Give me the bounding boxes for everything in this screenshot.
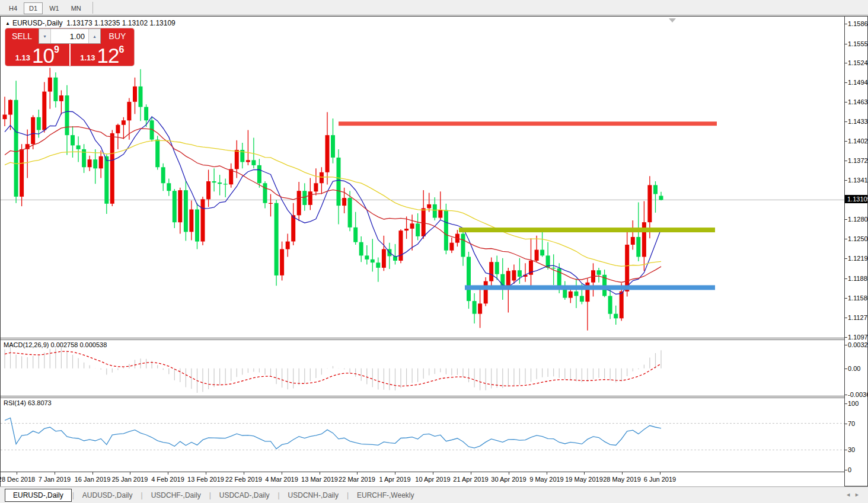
tab-separator: | [277, 491, 279, 499]
price-tick-label: 1.14940 [848, 79, 868, 86]
chart-tab-audusd[interactable]: AUDUSD-,Daily [75, 489, 141, 501]
buy-button[interactable]: BUY [101, 28, 134, 44]
axis-tick [845, 82, 847, 83]
date-tick [282, 472, 282, 475]
date-tick-label: 13 Mar 2019 [301, 476, 338, 483]
date-tick-label: 22 Mar 2019 [339, 476, 375, 483]
axis-tick [845, 450, 847, 450]
axis-tick [845, 141, 847, 142]
main-chart-surface[interactable]: ▲EURUSD-,Daily 1.13173 1.13235 1.13102 1… [1, 17, 844, 338]
sell-price-tile[interactable]: 1.13 10 9 [5, 44, 69, 66]
axis-tick [845, 63, 847, 63]
axis-tick [845, 278, 847, 279]
one-click-trading-panel: SELL ▾ ▴ BUY 1.13 10 9 [5, 28, 134, 66]
axis-tick [845, 44, 847, 44]
rsi-plot [1, 398, 844, 472]
volume-input[interactable] [51, 29, 88, 43]
axis-tick [845, 102, 847, 102]
rsi-axis-label: 100 [848, 400, 859, 407]
volume-increase-icon[interactable]: ▴ [88, 29, 100, 43]
macd-axis-label: 0.003287 [848, 341, 868, 348]
date-tick-label: 30 Apr 2019 [491, 476, 526, 483]
axis-tick [845, 219, 847, 220]
price-tick-label: 1.12805 [848, 216, 868, 223]
date-tick-label: 22 Feb 2019 [225, 476, 262, 483]
price-tick-label: 1.14025 [848, 137, 868, 145]
date-axis[interactable]: 28 Dec 20187 Jan 201916 Jan 201925 Jan 2… [1, 472, 844, 486]
price-tick-label: 1.15860 [848, 20, 868, 27]
date-tick-label: 10 Apr 2019 [415, 476, 450, 483]
timeframe-button-mn[interactable]: MN [66, 2, 87, 14]
buy-price-tile[interactable]: 1.13 12 6 [71, 44, 135, 66]
macd-axis-label: 0.00 [848, 365, 860, 372]
chart-tab-eurusd[interactable]: EURUSD-,Daily [5, 489, 72, 502]
price-tick-label: 1.12195 [848, 255, 868, 262]
chart-tab-eurchf[interactable]: EURCHF-,Weekly [349, 489, 422, 501]
rsi-label: RSI(14) 63.8073 [4, 399, 52, 406]
price-tick-label: 1.15550 [848, 40, 868, 47]
sell-price-base: 1.13 [15, 53, 30, 62]
price-tick-label: 1.12500 [848, 235, 868, 242]
axis-tick [845, 161, 847, 161]
timeframe-button-d1[interactable]: D1 [24, 2, 43, 14]
macd-axis-label: -0.003659 [848, 391, 868, 398]
timeframe-button-h4[interactable]: H4 [4, 2, 23, 14]
price-tick-label: 1.13720 [848, 157, 868, 164]
axis-tick [845, 180, 847, 181]
axis-tick [845, 239, 847, 239]
sell-button[interactable]: SELL [5, 28, 39, 44]
chart-tab-usdcnh[interactable]: USDCNH-,Daily [280, 489, 346, 501]
sell-price-big: 10 [32, 47, 54, 65]
date-tick-label: 4 Feb 2019 [151, 476, 184, 483]
volume-stepper: ▾ ▴ [39, 28, 101, 44]
tab-separator: | [72, 491, 74, 499]
date-tick [55, 472, 55, 475]
chart-ohlc-values: 1.13173 1.13235 1.13102 1.13109 [66, 19, 175, 27]
timeframe-button-w1[interactable]: W1 [44, 2, 65, 14]
collapse-triangle-icon[interactable]: ▲ [5, 21, 10, 26]
date-tick-label: 7 Jan 2019 [39, 476, 71, 483]
macd-indicator-pane[interactable]: MACD(12,26,9) 0.002758 0.000538 [1, 340, 844, 396]
date-tick-label: 28 Dec 2018 [0, 476, 35, 483]
price-tick-label: 1.11580 [848, 294, 868, 302]
date-tick [320, 472, 320, 475]
current-price-box: 1.13109 [845, 195, 867, 203]
axis-tick [845, 470, 847, 470]
tabs-scroll-left-icon[interactable]: ◄ [845, 492, 854, 498]
tab-separator: | [209, 491, 211, 499]
axis-tick [845, 424, 847, 424]
axis-tick [845, 369, 847, 369]
axis-tick [845, 318, 847, 318]
rsi-indicator-pane[interactable]: RSI(14) 63.8073 [1, 398, 844, 472]
price-tick-label: 1.14635 [848, 98, 868, 105]
date-tick [471, 472, 471, 475]
rsi-axis-label: 30 [848, 446, 855, 453]
buy-price-big: 12 [97, 47, 119, 65]
date-tick-label: 21 Apr 2019 [453, 476, 488, 483]
rsi-axis-label: 70 [848, 420, 855, 427]
date-tick [130, 472, 130, 475]
chart-shift-marker [669, 18, 676, 23]
chart-tab-usdcad[interactable]: USDCAD-,Daily [212, 489, 277, 501]
price-axis[interactable]: 1.158601.155501.152451.149401.146351.143… [845, 17, 867, 486]
date-tick [584, 472, 585, 475]
tabs-scroll-right-icon[interactable]: ► [854, 492, 863, 498]
price-tick-label: 1.10970 [848, 334, 868, 341]
axis-tick [845, 403, 847, 404]
date-tick-label: 6 Jun 2019 [644, 476, 676, 483]
tab-separator: | [141, 491, 143, 499]
date-tick [395, 472, 395, 475]
date-tick [168, 472, 168, 475]
date-tick-label: 28 May 2019 [603, 476, 641, 483]
date-tick-label: 4 Mar 2019 [265, 476, 298, 483]
date-tick [17, 472, 17, 475]
volume-decrease-icon[interactable]: ▾ [39, 29, 51, 43]
macd-plot [1, 340, 844, 396]
tab-separator: | [347, 491, 349, 499]
buy-price-pip: 6 [119, 44, 124, 55]
date-tick [547, 472, 547, 475]
chart-tab-usdchf[interactable]: USDCHF-,Daily [143, 489, 209, 501]
rsi-axis-label: 0 [848, 466, 851, 473]
sell-price-pip: 9 [54, 44, 59, 55]
chart-tabs-bar: EURUSD-,Daily|AUDUSD-,Daily|USDCHF-,Dail… [0, 486, 868, 503]
